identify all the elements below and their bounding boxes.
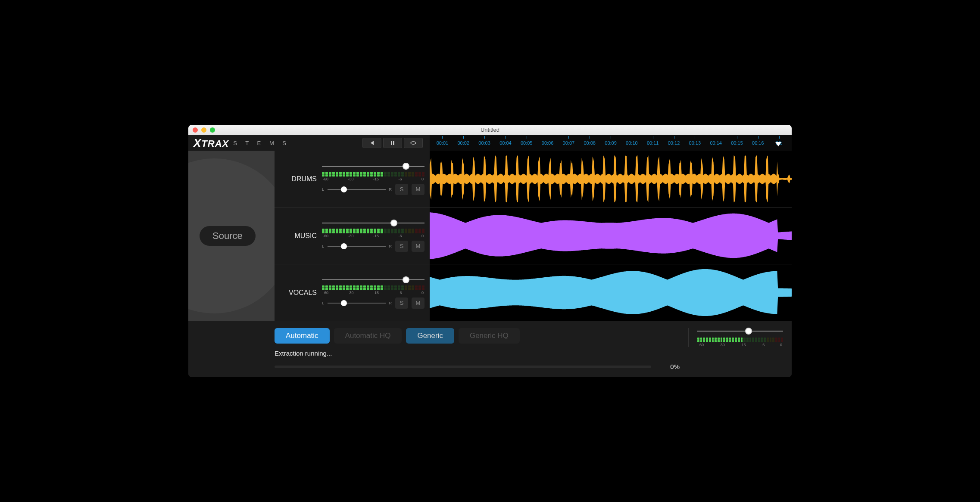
loop-icon [410, 141, 416, 145]
waveform-column [430, 151, 792, 321]
meter-right [322, 231, 424, 233]
solo-button[interactable]: S [395, 184, 408, 195]
pan-right-label: R [389, 187, 392, 192]
timeline-tick: 00:05 [516, 140, 537, 146]
pan-thumb[interactable] [341, 186, 347, 192]
app-window: Untitled XTRAX S T E M S [188, 125, 792, 377]
track-row: VOCALS -60 -30 -15 -6 0 L [275, 264, 430, 321]
playhead-marker-icon[interactable] [775, 142, 781, 146]
track-label: DRUMS [280, 175, 317, 183]
track-row: DRUMS -60 -30 -15 -6 0 L [275, 151, 430, 208]
master-volume-slider[interactable] [697, 328, 783, 334]
pan-row: L R S M [322, 241, 424, 252]
volume-slider[interactable] [322, 220, 424, 226]
waveform-svg [430, 208, 792, 264]
pan-left-label: L [322, 301, 324, 305]
timeline-tick: 00:13 [685, 140, 705, 146]
app-body: XTRAX S T E M S 00:0100:0200:0300:0400 [188, 135, 792, 377]
stop-button[interactable] [404, 138, 423, 148]
progress-percent: 0% [658, 363, 680, 370]
pan-thumb[interactable] [341, 243, 347, 249]
track-label: MUSIC [280, 232, 317, 240]
close-button[interactable] [193, 127, 198, 133]
window-title: Untitled [481, 127, 499, 133]
volume-slider[interactable] [322, 163, 424, 169]
volume-thumb[interactable] [390, 220, 397, 226]
bottom-left: Automatic Automatic HQ Generic Generic H… [197, 328, 680, 370]
logo-text: XTRAX [194, 136, 229, 150]
svg-point-2 [411, 142, 416, 144]
waveform-row[interactable] [430, 208, 792, 264]
pan-row: L R S M [322, 184, 424, 195]
pan-right-label: R [389, 301, 392, 305]
pan-slider[interactable] [328, 187, 385, 192]
master-panel: -60 -30 -15 -6 0 [688, 328, 783, 347]
logo-area: XTRAX S T E M S [188, 135, 430, 151]
pan-thumb[interactable] [341, 300, 347, 306]
meter-left [322, 229, 424, 231]
pause-button[interactable] [383, 138, 402, 148]
pan-row: L R S M [322, 297, 424, 309]
waveform-row[interactable] [430, 264, 792, 321]
pan-right-label: R [389, 244, 392, 248]
timeline-tick: 00:01 [432, 140, 453, 146]
master-meter-right [697, 340, 783, 342]
maximize-button[interactable] [210, 127, 215, 133]
meter-labels: -60 -30 -15 -6 0 [322, 177, 424, 181]
pan-left-label: L [322, 244, 324, 248]
meter-labels: -60 -30 -15 -6 0 [322, 234, 424, 238]
timeline-tick: 00:03 [474, 140, 495, 146]
mode-generic-hq-button[interactable]: Generic HQ [459, 328, 520, 344]
waveform-svg [430, 264, 792, 321]
meter-right [322, 288, 424, 290]
timeline-tick: 00:10 [621, 140, 642, 146]
track-controls: -60 -30 -15 -6 0 L R S M [322, 277, 424, 309]
solo-button[interactable]: S [395, 241, 408, 252]
pan-slider[interactable] [328, 244, 385, 249]
timeline-tick: 00:02 [453, 140, 474, 146]
timeline-tick: 00:08 [580, 140, 600, 146]
timeline-tick: 00:16 [748, 140, 768, 146]
volume-thumb[interactable] [403, 276, 409, 283]
titlebar: Untitled [188, 125, 792, 135]
traffic-lights [193, 127, 215, 133]
source-button[interactable]: Source [200, 226, 256, 246]
transport-controls [362, 138, 423, 148]
volume-thumb[interactable] [403, 163, 409, 170]
pan-slider[interactable] [328, 301, 385, 306]
minimize-button[interactable] [201, 127, 206, 133]
mode-generic-button[interactable]: Generic [406, 328, 454, 344]
level-meter: -60 -30 -15 -6 0 [322, 229, 424, 238]
scale-0: 0 [780, 343, 782, 347]
svg-rect-0 [391, 141, 392, 145]
master-meter: -60 -30 -15 -6 0 [697, 338, 783, 347]
playhead-line[interactable] [782, 151, 782, 321]
mute-button[interactable]: M [412, 297, 424, 309]
waveform-row[interactable] [430, 151, 792, 208]
mute-button[interactable]: M [412, 241, 424, 252]
timeline-tick: 00:07 [559, 140, 579, 146]
level-meter: -60 -30 -15 -6 0 [322, 172, 424, 181]
track-label: VOCALS [280, 289, 317, 297]
mute-button[interactable]: M [412, 184, 424, 195]
rewind-button[interactable] [362, 138, 381, 148]
scale-m6: -6 [761, 343, 765, 347]
master-volume-thumb[interactable] [745, 328, 752, 335]
timeline-tick: 00:12 [664, 140, 684, 146]
track-controls: -60 -30 -15 -6 0 L R S M [322, 220, 424, 252]
timeline-tick: 00:06 [537, 140, 558, 146]
timeline-tick: 00:15 [727, 140, 747, 146]
skip-back-icon [370, 141, 374, 145]
bottom-panel: Automatic Automatic HQ Generic Generic H… [188, 321, 792, 377]
pan-left-label: L [322, 187, 324, 192]
status-text: Extraction running... [197, 350, 680, 357]
mode-automatic-button[interactable]: Automatic [275, 328, 330, 344]
solo-button[interactable]: S [395, 297, 408, 309]
logo-subtext: S T E M S [233, 140, 290, 146]
meter-left [322, 172, 424, 174]
volume-slider[interactable] [322, 277, 424, 283]
progress-row: 0% [197, 363, 680, 370]
timeline-ruler[interactable]: 00:0100:0200:0300:0400:0500:0600:0700:08… [430, 135, 792, 151]
scale-m30: -30 [719, 343, 725, 347]
mode-automatic-hq-button[interactable]: Automatic HQ [334, 328, 402, 344]
